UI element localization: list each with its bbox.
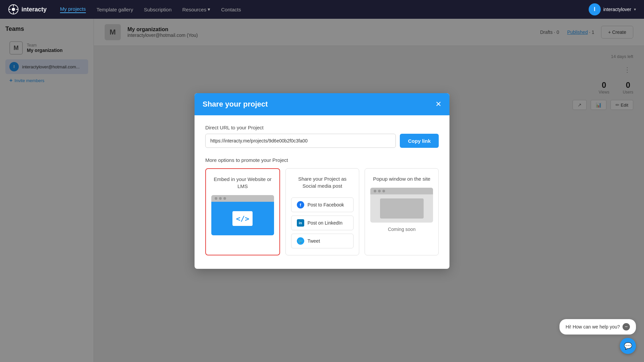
dot-3 — [223, 197, 226, 200]
url-input[interactable] — [205, 134, 396, 148]
chat-fab-button[interactable]: 💬 — [620, 338, 636, 354]
avatar: I — [589, 3, 601, 15]
tweet-button[interactable]: 🐦 Tweet — [291, 234, 354, 248]
post-to-linkedin-button[interactable]: in Post on LinkedIn — [291, 216, 354, 230]
popup-preview — [370, 188, 433, 223]
popup-dots — [370, 188, 433, 194]
nav-subscription[interactable]: Subscription — [144, 7, 172, 12]
social-option-card[interactable]: Share your Project as Social media post … — [285, 168, 360, 255]
facebook-icon: f — [297, 201, 304, 208]
dot-2 — [219, 197, 222, 200]
modal-title: Share your project — [203, 100, 268, 109]
chat-bubble: Hi! How can we help you? − — [559, 319, 636, 335]
user-menu: I interactylover ▾ — [589, 3, 636, 15]
popup-title: Popup window on the site — [373, 175, 430, 182]
chat-widget: Hi! How can we help you? − 💬 — [559, 319, 636, 354]
embed-preview: </> — [211, 195, 274, 235]
logo[interactable]: interacty — [8, 4, 47, 15]
embed-title: Embed in your Website or LMS — [211, 176, 274, 190]
share-modal: Share your project ✕ Direct URL to your … — [195, 93, 449, 269]
nav-menu: My projects Template gallery Subscriptio… — [60, 6, 589, 13]
username[interactable]: interactylover — [603, 7, 631, 12]
social-title: Share your Project as Social media post — [291, 175, 354, 189]
nav-resources[interactable]: Resources ▾ — [182, 6, 211, 12]
chat-close-button[interactable]: − — [623, 323, 630, 330]
social-buttons: f Post to Facebook in Post on LinkedIn 🐦… — [291, 197, 354, 248]
popup-window — [380, 198, 424, 219]
pdot-2 — [378, 190, 381, 192]
copy-link-button[interactable]: Copy link — [400, 134, 439, 148]
popup-option-card[interactable]: Popup window on the site Coming soon — [365, 168, 439, 255]
modal-header: Share your project ✕ — [195, 93, 449, 115]
post-to-facebook-button[interactable]: f Post to Facebook — [291, 197, 354, 212]
user-chevron-icon[interactable]: ▾ — [634, 7, 636, 12]
pdot-1 — [374, 190, 376, 192]
code-icon: </> — [232, 211, 253, 226]
coming-soon-label: Coming soon — [388, 227, 416, 232]
navbar: interacty My projects Template gallery S… — [0, 0, 644, 19]
url-row: Copy link — [205, 134, 439, 148]
embed-main: </> — [211, 202, 274, 235]
popup-main — [370, 194, 433, 223]
modal-body: Direct URL to your Project Copy link Mor… — [195, 115, 449, 269]
dot-1 — [215, 197, 217, 200]
nav-my-projects[interactable]: My projects — [60, 6, 86, 13]
messenger-icon: 💬 — [624, 342, 632, 350]
twitter-icon: 🐦 — [297, 237, 304, 245]
nav-contacts[interactable]: Contacts — [221, 7, 241, 12]
promote-label: More options to promote your Project — [205, 157, 439, 163]
url-section-label: Direct URL to your Project — [205, 125, 439, 130]
logo-icon — [8, 4, 19, 15]
embed-option-card[interactable]: Embed in your Website or LMS </> — [205, 168, 280, 255]
svg-point-1 — [12, 8, 15, 11]
linkedin-icon: in — [297, 219, 304, 227]
chat-bubble-text: Hi! How can we help you? — [566, 324, 620, 329]
logo-text: interacty — [21, 6, 47, 13]
options-row: Embed in your Website or LMS </> — [205, 168, 439, 255]
modal-close-button[interactable]: ✕ — [435, 101, 441, 108]
nav-template-gallery[interactable]: Template gallery — [97, 7, 133, 12]
chevron-down-icon: ▾ — [208, 6, 210, 12]
pdot-3 — [382, 190, 385, 192]
embed-dots — [211, 195, 274, 202]
